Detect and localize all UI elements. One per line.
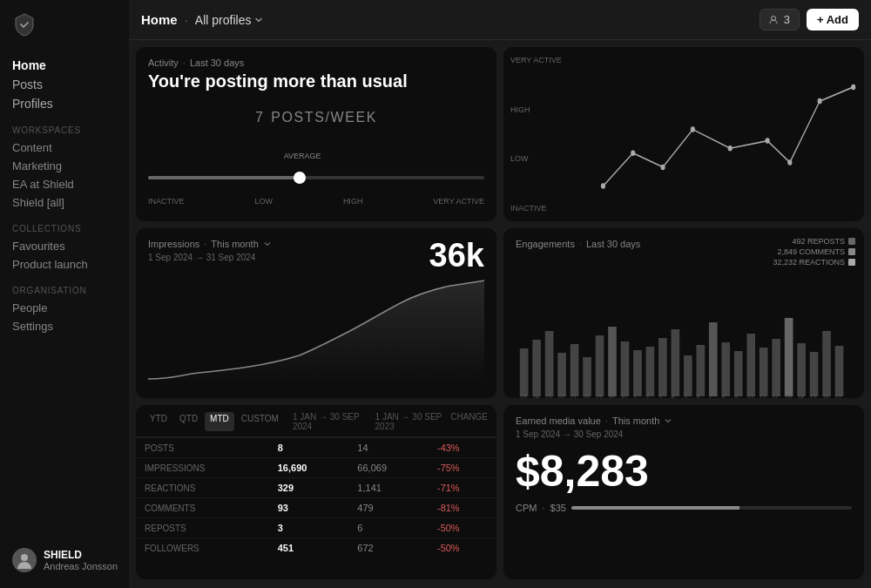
cpm-fill (571, 506, 739, 510)
svg-rect-32 (772, 339, 780, 396)
cpm-bar (571, 506, 852, 510)
svg-point-9 (787, 159, 792, 165)
organisation-label: Organisation (12, 286, 129, 295)
table-row: REACTIONS 329 1,141 -71% (136, 478, 496, 498)
sidebar-item-shield-all[interactable]: Shield [all] (12, 193, 129, 212)
svg-rect-20 (621, 341, 630, 396)
svg-text:30: 30 (608, 394, 615, 398)
svg-point-7 (728, 145, 733, 151)
sidebar-item-favourites[interactable]: Favourites (12, 237, 129, 255)
svg-point-1 (21, 554, 28, 561)
activity-card: Activity · Last 30 days You're posting m… (136, 47, 496, 221)
user-count-button[interactable]: 3 (760, 9, 800, 30)
svg-text:1: 1 (633, 394, 637, 398)
svg-text:31: 31 (621, 394, 628, 398)
tab-ytd[interactable]: YTD (145, 412, 172, 431)
sidebar-item-content[interactable]: Content (12, 139, 129, 157)
metric-v2: 479 (348, 498, 429, 518)
svg-rect-22 (646, 347, 655, 396)
svg-rect-29 (734, 351, 743, 396)
stats-date-1: 1 JAN → 30 SEP 2024 (293, 412, 367, 431)
workspaces-label: Workspaces (12, 125, 129, 135)
svg-text:23: 23 (520, 394, 527, 398)
table-row: FOLLOWERS 451 672 -50% (136, 538, 496, 558)
svg-rect-12 (520, 348, 529, 396)
activity-slider[interactable]: AVERAGE INACTIVE LOW HIGH VERY ACTIVE (148, 176, 484, 209)
activity-title: You're posting more than usual (148, 71, 484, 91)
metric-change: -81% (429, 498, 496, 518)
tab-qtd[interactable]: QTD (174, 412, 203, 431)
all-profiles-dropdown[interactable]: All profiles (195, 13, 264, 27)
svg-text:17: 17 (835, 394, 842, 398)
svg-text:9: 9 (734, 394, 738, 398)
svg-text:13: 13 (785, 394, 792, 398)
metric-change: -43% (429, 438, 496, 458)
svg-text:4: 4 (672, 394, 675, 398)
sidebar: Home Posts Profiles Workspaces Content M… (0, 0, 129, 588)
svg-text:29: 29 (596, 394, 603, 398)
svg-text:15: 15 (810, 394, 817, 398)
svg-rect-36 (822, 331, 831, 396)
svg-point-10 (818, 98, 822, 104)
table-row: POSTS 8 14 -43% (136, 438, 496, 458)
svg-text:26: 26 (557, 394, 564, 398)
svg-rect-35 (810, 352, 819, 396)
svg-point-6 (691, 126, 695, 132)
svg-rect-30 (746, 334, 755, 396)
svg-point-11 (851, 84, 855, 90)
stats-date-2: 1 JAN → 30 SEP 2023 (375, 412, 449, 431)
media-card: Earned media value · This month 1 Sep 20… (503, 405, 864, 579)
metric-v2: 1,141 (348, 478, 429, 498)
sidebar-item-ea-at-shield[interactable]: EA at Shield (12, 175, 129, 193)
metric-label: POSTS (136, 438, 269, 458)
impressions-date-range: 1 Sep 2024 → 31 Sep 2024 (148, 253, 272, 262)
slider-thumb[interactable] (294, 172, 306, 184)
sidebar-item-people[interactable]: People (12, 299, 129, 317)
cpm-row: CPM · $35 (516, 503, 852, 513)
stats-change-label: CHANGE (450, 412, 488, 431)
avg-label: AVERAGE (284, 152, 321, 160)
svg-text:3: 3 (658, 394, 662, 398)
table-row: REPOSTS 3 6 -50% (136, 518, 496, 538)
page-title: Home (141, 12, 178, 27)
svg-rect-24 (672, 329, 680, 396)
nav-profiles[interactable]: Profiles (12, 94, 129, 113)
svg-rect-19 (608, 327, 617, 396)
engagements-card: Engagements · Last 30 days 492 REPOSTS 2… (503, 228, 864, 398)
metric-label: IMPRESSIONS (136, 458, 269, 478)
metric-change: -50% (429, 518, 496, 538)
header-actions: 3 + Add (760, 9, 859, 30)
metric-v1: 93 (269, 498, 349, 518)
metric-change: -71% (429, 478, 496, 498)
slider-labels: INACTIVE LOW HIGH VERY ACTIVE (148, 197, 484, 206)
svg-rect-17 (583, 357, 591, 396)
tab-mtd[interactable]: MTD (205, 412, 234, 431)
sidebar-item-product-launch[interactable]: Product launch (12, 255, 129, 274)
nav-main: Home Posts Profiles (12, 56, 129, 113)
svg-point-4 (631, 150, 635, 155)
logo-icon (12, 12, 37, 37)
collections-label: Collections (12, 224, 129, 233)
metric-v1: 3 (269, 518, 349, 538)
activity-label: Activity · Last 30 days (148, 57, 484, 68)
svg-text:2: 2 (646, 394, 650, 398)
nav-posts[interactable]: Posts (12, 75, 129, 94)
svg-rect-34 (797, 343, 806, 396)
svg-text:27: 27 (571, 394, 577, 398)
sidebar-item-settings[interactable]: Settings (12, 317, 129, 335)
table-row: IMPRESSIONS 16,690 66,069 -75% (136, 458, 496, 478)
metric-label: REPOSTS (136, 518, 269, 538)
svg-rect-16 (571, 344, 579, 396)
add-button[interactable]: + Add (807, 9, 859, 30)
header: Home · All profiles 3 + Add (129, 0, 871, 40)
tab-custom[interactable]: CUSTOM (236, 412, 284, 431)
svg-text:14: 14 (797, 394, 804, 398)
cpm-value: $35 (550, 503, 566, 513)
legend-reposts: 492 REPOSTS (773, 237, 855, 246)
metric-v2: 6 (348, 518, 429, 538)
nav-home[interactable]: Home (12, 56, 129, 75)
media-label: Earned media value · This month (516, 416, 852, 426)
sidebar-item-marketing[interactable]: Marketing (12, 157, 129, 175)
stats-table: POSTS 8 14 -43% IMPRESSIONS 16,690 66,06… (136, 437, 496, 558)
user-name: SHIELD (44, 549, 118, 561)
